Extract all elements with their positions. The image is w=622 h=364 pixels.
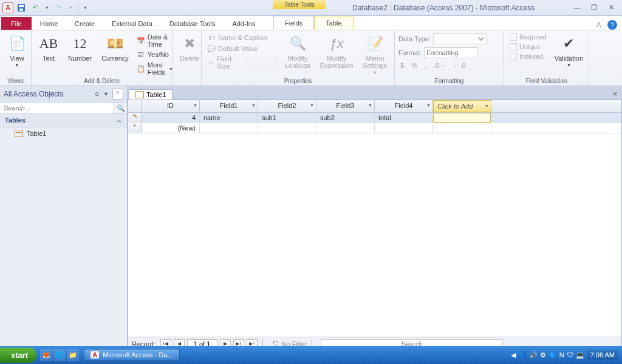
number-button[interactable]: 12Number: [64, 33, 95, 63]
cell-field1[interactable]: name: [200, 113, 258, 123]
minimize-ribbon-icon[interactable]: ᐱ: [594, 20, 604, 30]
search-icon[interactable]: 🔍: [114, 103, 127, 113]
percent-fmt-icon: %: [409, 61, 419, 70]
folder-icon[interactable]: 📁: [67, 349, 79, 361]
column-field4[interactable]: Field4▼: [375, 100, 433, 112]
datasheet-header: ID▼ Field1▼ Field2▼ Field3▼ Field4▼ Clic…: [128, 100, 621, 113]
save-icon[interactable]: [15, 2, 27, 14]
tab-create[interactable]: Create: [66, 17, 103, 30]
nav-search-input[interactable]: [0, 103, 114, 113]
system-tray: ◀ 🔵 🔊 ⚙ 🔷 N 🛡 💻 7:06 AM: [511, 350, 622, 360]
tab-file[interactable]: File: [1, 17, 32, 30]
group-field-validation: Field Validation: [508, 76, 585, 86]
close-document-button[interactable]: ×: [607, 88, 622, 99]
group-add-delete: Add & Delete: [35, 76, 168, 86]
window-title: Database2 : Database (Access 2007) - Mic…: [352, 4, 535, 12]
firefox-icon[interactable]: 🦊: [40, 349, 52, 361]
nav-category-tables[interactable]: Tables︽: [0, 114, 127, 127]
tray-icon[interactable]: 🛡: [567, 351, 573, 359]
table-row-new[interactable]: * (New): [128, 123, 621, 133]
quick-launch: 🦊 🌐 📁: [40, 349, 79, 361]
decrease-decimals-icon: ←.0: [451, 61, 467, 70]
increase-decimals-icon: .0→: [432, 61, 448, 70]
tab-external-data[interactable]: External Data: [103, 17, 161, 30]
format-label: Format:: [398, 49, 422, 56]
data-type-select[interactable]: [433, 33, 487, 44]
cell-field2[interactable]: sub1: [258, 113, 316, 123]
contextual-tab-title: Table Tools: [273, 0, 326, 9]
tray-icon[interactable]: 🔷: [549, 351, 557, 359]
table-icon: [15, 130, 23, 137]
tray-expand-icon[interactable]: ◀: [511, 351, 516, 359]
help-icon[interactable]: ?: [607, 20, 617, 30]
taskbar-item-access[interactable]: AMicrosoft Access - Da...: [84, 349, 179, 361]
click-to-add-column[interactable]: Click to Add▼: [433, 100, 491, 112]
yesno-button[interactable]: ☑Yes/No: [135, 50, 175, 59]
tray-icon[interactable]: 🔊: [529, 351, 538, 359]
restore-button[interactable]: ❐: [588, 4, 600, 12]
group-views: Views: [4, 76, 27, 86]
new-row-icon: *: [128, 123, 142, 133]
tray-icon[interactable]: 🔵: [518, 351, 527, 359]
text-button[interactable]: ABText: [35, 33, 62, 63]
format-input[interactable]: [424, 47, 477, 58]
empty-grid: [128, 133, 621, 337]
column-field1[interactable]: Field1▼: [200, 100, 258, 112]
modify-lookups-button: 🔍Modify Lookups: [281, 33, 314, 70]
comma-fmt-icon: ,: [423, 61, 428, 70]
tab-table[interactable]: Table: [314, 16, 353, 30]
cell-id-new[interactable]: (New): [142, 123, 200, 133]
svg-rect-2: [19, 8, 23, 11]
start-button[interactable]: start: [0, 348, 36, 363]
tab-add-ins[interactable]: Add-Ins: [224, 17, 264, 30]
undo-icon[interactable]: ↶: [29, 2, 41, 14]
redo-icon[interactable]: ↷: [53, 2, 65, 14]
view-button[interactable]: 📄View▼: [4, 33, 30, 69]
document-area: Table1 × ID▼ Field1▼ Field2▼ Field3▼ Fie…: [128, 86, 622, 351]
currency-fmt-icon: $: [398, 61, 406, 70]
navigation-pane: All Access Objects ⊙▼ « 🔍 Tables︽ Table1: [0, 86, 128, 351]
tab-database-tools[interactable]: Database Tools: [161, 17, 224, 30]
column-id[interactable]: ID▼: [142, 100, 200, 112]
browser-icon[interactable]: 🌐: [53, 349, 66, 361]
group-formatting: Formatting: [398, 76, 500, 86]
app-icon[interactable]: A: [2, 2, 13, 13]
svg-rect-1: [19, 5, 24, 7]
tab-home[interactable]: Home: [32, 17, 66, 30]
datasheet: ID▼ Field1▼ Field2▼ Field3▼ Field4▼ Clic…: [128, 99, 622, 351]
undo-dropdown-icon[interactable]: ▼: [43, 5, 51, 10]
delete-button: ✖Delete: [176, 33, 203, 63]
nav-collapse-button[interactable]: «: [112, 89, 123, 99]
content-area: All Access Objects ⊙▼ « 🔍 Tables︽ Table1…: [0, 86, 622, 351]
validation-button[interactable]: ✔Validation▼: [551, 33, 587, 69]
tab-fields[interactable]: Fields: [273, 16, 314, 30]
close-button[interactable]: ✕: [605, 4, 617, 12]
currency-button[interactable]: 💴Currency: [98, 33, 132, 63]
table-row[interactable]: ✎ 4 name sub1 sub2 total: [128, 113, 621, 123]
ribbon-tabs: File Home Create External Data Database …: [0, 16, 622, 30]
cell-field3[interactable]: sub2: [316, 113, 375, 123]
default-value-button: 💬Default Value: [205, 44, 279, 53]
more-fields-button[interactable]: 📋More Fields▼: [135, 61, 175, 76]
cell-field4[interactable]: total: [375, 113, 433, 123]
cell-id[interactable]: 4: [142, 113, 200, 123]
minimize-button[interactable]: ―: [571, 4, 583, 12]
nav-dropdown-icon[interactable]: ⊙: [93, 91, 101, 97]
qat-customize-icon[interactable]: ▼: [81, 5, 89, 10]
column-field2[interactable]: Field2▼: [258, 100, 316, 112]
nav-title[interactable]: All Access Objects: [4, 90, 93, 98]
tray-icon[interactable]: ⚙: [540, 351, 546, 359]
window-controls: ― ❐ ✕: [571, 4, 622, 12]
cell-new-field[interactable]: [433, 113, 491, 123]
tray-icon[interactable]: N: [559, 351, 564, 359]
nav-item-table1[interactable]: Table1: [0, 127, 127, 140]
tray-icon[interactable]: 💻: [576, 351, 584, 359]
title-bar: A ↶▼ ↷▼ ▼ Table Tools Database2 : Databa…: [0, 0, 622, 16]
clock[interactable]: 7:06 AM: [587, 350, 618, 360]
redo-dropdown-icon: ▼: [67, 5, 75, 10]
document-tab-table1[interactable]: Table1: [129, 89, 173, 99]
column-field3[interactable]: Field3▼: [316, 100, 375, 112]
datetime-button[interactable]: 📅Date & Time: [135, 33, 175, 49]
row-selector-edit-icon[interactable]: ✎: [128, 113, 142, 123]
select-all-cell[interactable]: [128, 100, 142, 112]
